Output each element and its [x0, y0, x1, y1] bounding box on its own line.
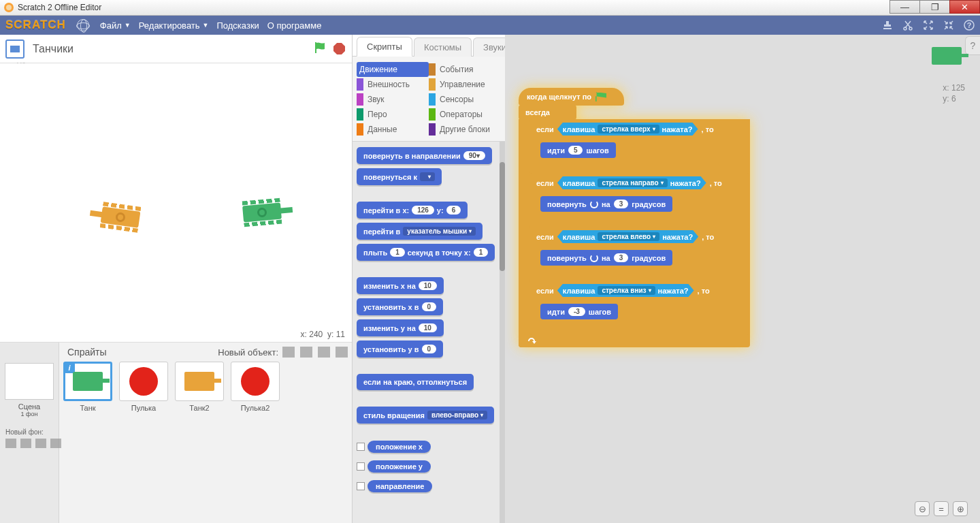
- block-forever[interactable]: всегда: [519, 105, 576, 120]
- category-pen[interactable]: Перо: [357, 107, 429, 122]
- block-turn-ccw-3[interactable]: повернутьна3градусов: [540, 250, 672, 266]
- backdrop-upload-icon[interactable]: [35, 439, 46, 448]
- sprite-paint-icon[interactable]: [300, 347, 312, 358]
- stage-sprite-tank2[interactable]: [95, 200, 146, 234]
- window-minimize-button[interactable]: —: [889, 0, 920, 14]
- sensing-key-down[interactable]: клавишастрелка внизнажата?: [557, 284, 694, 297]
- menu-bar: SCRATCH Файл▼ Редактировать▼ Подсказки О…: [0, 16, 980, 35]
- block-turn-cw-3[interactable]: повернутьна3градусов: [540, 196, 672, 212]
- tab-scripts[interactable]: Скрипты: [357, 37, 412, 57]
- stage-coords: x: 240 y: 11: [301, 330, 345, 339]
- window-title: Scratch 2 Offline Editor: [18, 3, 101, 12]
- block-change-x[interactable]: изменить x на10: [357, 277, 444, 294]
- sensing-key-right[interactable]: клавишастрелка направонажата?: [557, 176, 706, 189]
- help-icon[interactable]: ?: [964, 20, 975, 31]
- language-icon[interactable]: [77, 19, 89, 31]
- category-events[interactable]: События: [429, 62, 501, 77]
- block-point-direction[interactable]: повернуть в направлении90▾: [357, 147, 492, 164]
- sprite-item-bullet[interactable]: Пулька: [119, 362, 168, 412]
- sprite-preview: [928, 44, 965, 69]
- stamp-icon[interactable]: [882, 20, 893, 31]
- sensing-key-left[interactable]: клавишастрелка влевонажата?: [557, 230, 698, 243]
- category-sensing[interactable]: Сенсоры: [429, 92, 501, 107]
- backdrop-library-icon[interactable]: [5, 439, 16, 448]
- block-rotation-style[interactable]: стиль вращениявлево-вправо: [357, 407, 494, 424]
- sprite-panel: Сцена 1 фон Новый фон: Спрайты Новый объ…: [0, 343, 352, 523]
- window-maximize-button[interactable]: ❐: [919, 0, 950, 14]
- green-flag-button[interactable]: [313, 41, 333, 57]
- sprite-item-tank2[interactable]: Танк2: [175, 362, 224, 412]
- window-close-button[interactable]: ✕: [949, 0, 980, 14]
- project-title[interactable]: Танчики: [33, 43, 313, 55]
- category-control[interactable]: Управление: [429, 77, 501, 92]
- reporter-direction[interactable]: направление: [368, 480, 432, 492]
- new-sprite-label: Новый объект:: [218, 347, 278, 358]
- turn-cw-icon: [590, 200, 598, 208]
- sprite-upload-icon[interactable]: [318, 347, 330, 358]
- category-more[interactable]: Другие блоки: [429, 122, 501, 137]
- menu-about[interactable]: О программе: [267, 20, 322, 31]
- block-goto[interactable]: перейти вуказатель мышки: [357, 223, 483, 240]
- stage[interactable]: x: 240 y: 11: [0, 63, 352, 343]
- zoom-reset-button[interactable]: =: [934, 501, 949, 516]
- zoom-controls: ⊖ = ⊕: [915, 501, 968, 516]
- grow-icon[interactable]: [923, 20, 934, 31]
- block-move-steps-5[interactable]: идти5шагов: [540, 142, 616, 158]
- block-change-y[interactable]: изменить y на10: [357, 319, 444, 336]
- backdrop-camera-icon[interactable]: [50, 439, 61, 448]
- block-set-y[interactable]: установить y в0: [357, 340, 443, 358]
- xpos-checkbox[interactable]: [357, 443, 365, 451]
- block-set-x[interactable]: установить x в0: [357, 298, 443, 315]
- block-point-towards[interactable]: повернуться к: [357, 168, 442, 185]
- reporter-xpos[interactable]: положение x: [368, 441, 431, 453]
- sprite-item-tank[interactable]: i Танк: [63, 362, 112, 412]
- direction-checkbox[interactable]: [357, 482, 365, 490]
- block-if-key-left[interactable]: если клавишастрелка влевонажата? , то по…: [529, 227, 750, 281]
- category-data[interactable]: Данные: [357, 122, 429, 137]
- menu-tool-icons: ?: [882, 20, 975, 31]
- backdrop-paint-icon[interactable]: [20, 439, 31, 448]
- block-bounce[interactable]: если на краю, оттолкнуться: [357, 374, 474, 390]
- category-sound[interactable]: Звук: [357, 92, 429, 107]
- zoom-out-button[interactable]: ⊖: [915, 501, 930, 516]
- reporter-ypos[interactable]: положение y: [368, 460, 431, 473]
- help-tab-icon[interactable]: ?: [965, 36, 980, 55]
- block-glide[interactable]: плыть1секунд в точку x:1: [357, 244, 495, 261]
- svg-point-0: [904, 27, 906, 30]
- block-if-key-right[interactable]: если клавишастрелка направонажата? , то …: [529, 173, 750, 227]
- script-stack[interactable]: когда щелкнут по всегда если клавишастре…: [519, 88, 750, 347]
- stage-thumb-column: Сцена 1 фон Новый фон:: [0, 343, 59, 523]
- flag-icon: [595, 92, 606, 101]
- block-move-steps-neg3[interactable]: идти-3шагов: [540, 304, 618, 319]
- shrink-icon[interactable]: [943, 20, 954, 31]
- svg-text:?: ?: [967, 21, 972, 29]
- stage-backdrop-count: 1 фон: [21, 411, 38, 417]
- category-motion[interactable]: Движение: [357, 62, 429, 77]
- stage-header: Танчики: [0, 35, 352, 63]
- script-area[interactable]: ? x: 125 y: 6 когда щелкнут по всегда ес…: [505, 35, 980, 523]
- stage-sprite-tank[interactable]: [237, 196, 287, 229]
- menu-file[interactable]: Файл▼: [100, 20, 131, 31]
- ypos-checkbox[interactable]: [357, 462, 365, 471]
- category-looks[interactable]: Внешность: [357, 77, 429, 92]
- block-when-flag-clicked[interactable]: когда щелкнут по: [519, 88, 624, 106]
- blocks-palette[interactable]: повернуть в направлении90▾ повернуться к…: [353, 142, 505, 523]
- sprite-camera-icon[interactable]: [336, 347, 348, 358]
- sensing-key-up[interactable]: клавишастрелка вверхнажата?: [557, 123, 698, 136]
- stage-thumbnail[interactable]: [5, 363, 54, 400]
- sprite-item-bullet2[interactable]: Пулька2: [231, 362, 280, 412]
- menu-tips[interactable]: Подсказки: [216, 20, 259, 31]
- zoom-in-button[interactable]: ⊕: [953, 501, 968, 516]
- stop-button[interactable]: [333, 43, 345, 54]
- fullscreen-icon[interactable]: [5, 39, 24, 59]
- menu-edit[interactable]: Редактировать▼: [139, 20, 209, 31]
- palette-scrollbar[interactable]: [500, 142, 505, 523]
- block-goto-xy[interactable]: перейти в x:126y:6: [357, 202, 468, 219]
- turn-ccw-icon: [590, 254, 598, 262]
- block-if-key-down[interactable]: если клавишастрелка внизнажата? , то идт…: [529, 281, 750, 335]
- cut-icon[interactable]: [902, 20, 913, 31]
- block-if-key-up[interactable]: если клавишастрелка вверхнажата? , то ид…: [529, 119, 750, 174]
- sprite-library-icon[interactable]: [282, 347, 295, 358]
- category-operators[interactable]: Операторы: [429, 107, 501, 122]
- tab-costumes[interactable]: Костюмы: [414, 37, 472, 57]
